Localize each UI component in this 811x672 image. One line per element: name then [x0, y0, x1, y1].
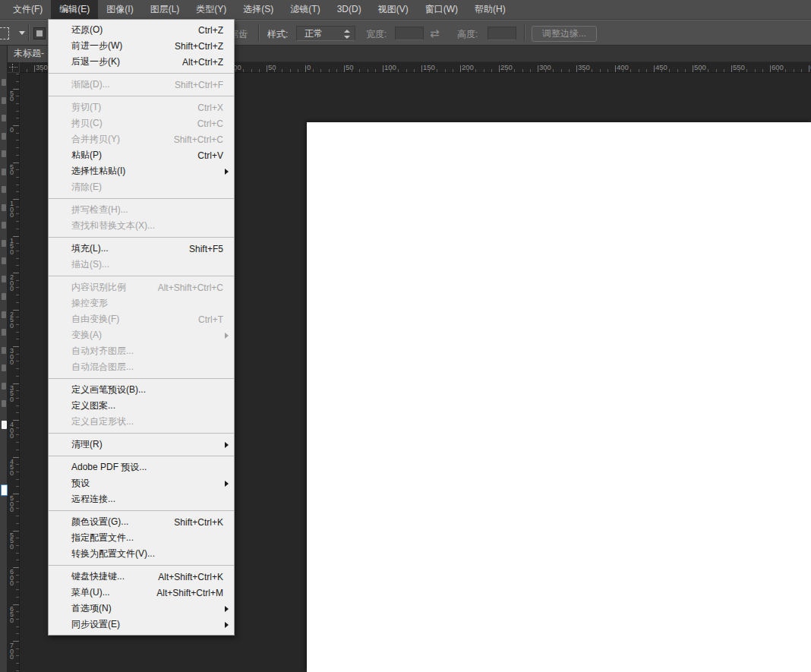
tool-icon-fragment[interactable] — [2, 347, 6, 354]
tool-icon-fragment[interactable] — [2, 204, 6, 211]
ruler-tick — [600, 69, 601, 72]
tool-icon-fragment[interactable] — [2, 329, 6, 336]
menubar-item-3d[interactable]: 3D(D) — [329, 0, 370, 19]
tool-icon-fragment[interactable] — [2, 257, 6, 264]
tool-icon-fragment[interactable] — [2, 150, 6, 157]
refine-edge-button[interactable]: 调整边缘... — [532, 26, 597, 42]
swap-width-height-icon[interactable]: ⇄ — [430, 27, 440, 39]
menu-item-puppet-warp: 操控变形 — [49, 295, 234, 311]
style-select[interactable]: 正常 — [296, 26, 355, 41]
style-spinner-icon[interactable] — [344, 29, 350, 39]
tool-icon-fragment[interactable] — [2, 383, 6, 390]
menu-item-menus[interactable]: 菜单(U)...Alt+Shift+Ctrl+M — [49, 585, 234, 601]
tool-icon-fragment[interactable] — [2, 240, 6, 247]
menu-item-convert-to-profile[interactable]: 转换为配置文件(V)... — [49, 546, 234, 562]
menu-item-undo[interactable]: 还原(O)Ctrl+Z — [49, 22, 234, 38]
ruler-tick — [16, 221, 19, 222]
menubar-item-select[interactable]: 选择(S) — [235, 0, 282, 19]
tool-icon-fragment[interactable] — [2, 364, 6, 371]
tool-icon-fragment[interactable] — [2, 400, 6, 407]
menubar-item-type[interactable]: 类型(Y) — [188, 0, 235, 19]
tool-icon-fragment[interactable] — [2, 79, 6, 86]
tool-icon-fragment[interactable] — [2, 115, 6, 121]
menu-item-keyboard-shortcuts[interactable]: 键盘快捷键...Alt+Shift+Ctrl+K — [49, 569, 234, 585]
menu-item-assign-profile[interactable]: 指定配置文件... — [49, 530, 234, 546]
menu-item-step-backward[interactable]: 后退一步(K)Alt+Ctrl+Z — [49, 54, 234, 70]
menu-item-define-brush-preset[interactable]: 定义画笔预设(B)... — [49, 382, 234, 398]
menu-item-preferences[interactable]: 首选项(N) — [49, 601, 234, 617]
ruler-tick — [630, 69, 631, 72]
preset-dropdown-caret-icon[interactable] — [19, 31, 25, 35]
menu-item-define-pattern[interactable]: 定义图案... — [49, 398, 234, 414]
ruler-tick — [654, 65, 655, 72]
menu-item-label: 粘贴(P) — [71, 149, 102, 162]
ruler-tick — [716, 69, 717, 72]
tool-icon-fragment[interactable] — [2, 169, 6, 175]
ruler-tick — [421, 65, 422, 72]
menu-item-shortcut: Alt+Shift+Ctrl+M — [144, 588, 223, 598]
menubar-item-window[interactable]: 窗口(W) — [417, 0, 466, 19]
menubar-item-view[interactable]: 视图(V) — [370, 0, 417, 19]
foreground-color-swatch-fragment[interactable] — [1, 484, 8, 496]
tool-icon-fragment[interactable] — [2, 222, 6, 229]
menu-item-shortcut: Ctrl+X — [185, 103, 223, 113]
menu-item-step-forward[interactable]: 前进一步(W)Shift+Ctrl+Z — [49, 38, 234, 54]
ruler-tick — [16, 545, 19, 546]
ruler-label: 400 — [10, 422, 14, 440]
ruler-tick — [615, 65, 616, 72]
document-tab[interactable]: 未标题- — [8, 46, 49, 62]
menu-item-color-settings[interactable]: 颜色设置(G)...Shift+Ctrl+K — [49, 514, 234, 530]
menubar-item-layer[interactable]: 图层(L) — [142, 0, 188, 19]
tool-icon-fragment[interactable] — [2, 293, 6, 300]
menu-item-paste[interactable]: 粘贴(P)Ctrl+V — [49, 147, 234, 163]
menubar-item-filter[interactable]: 滤镜(T) — [282, 0, 328, 19]
menubar-item-image[interactable]: 图像(I) — [98, 0, 141, 19]
ruler-tick — [16, 412, 19, 413]
menu-item-label: 菜单(U)... — [71, 586, 110, 599]
ruler-tick — [13, 420, 19, 421]
document-canvas[interactable] — [307, 122, 811, 672]
tool-icon-fragment[interactable] — [2, 311, 6, 318]
tool-icon-fragment[interactable] — [2, 186, 6, 193]
options-divider — [524, 24, 525, 41]
options-divider — [28, 24, 29, 41]
menu-item-shortcut: Shift+Ctrl+Z — [163, 41, 223, 52]
menubar-item-help[interactable]: 帮助(H) — [466, 0, 514, 19]
tool-icon-fragment[interactable] — [2, 133, 6, 140]
height-label: 高度: — [457, 28, 478, 41]
tool-icon-fragment[interactable] — [2, 421, 7, 429]
ruler-tick — [16, 258, 19, 259]
menubar-item-edit[interactable]: 编辑(E) — [51, 0, 98, 19]
ruler-tick — [553, 69, 554, 72]
width-input[interactable] — [395, 27, 424, 40]
menu-item-presets[interactable]: 预设 — [49, 475, 234, 491]
menubar-item-file[interactable]: 文件(F) — [5, 0, 51, 19]
menu-item-label: 颜色设置(G)... — [71, 516, 128, 528]
ruler-origin-corner[interactable] — [8, 62, 20, 73]
ruler-tick — [368, 69, 368, 72]
ruler-tick — [16, 670, 19, 671]
tool-icon-fragment[interactable] — [2, 276, 6, 282]
ruler-tick — [16, 317, 19, 317]
ruler-tick — [16, 427, 19, 428]
ruler-tick — [545, 69, 546, 72]
tool-icon-fragment[interactable] — [2, 97, 6, 104]
marquee-preset-icon[interactable] — [0, 27, 9, 39]
menu-item-remote-connections[interactable]: 远程连接... — [49, 491, 234, 507]
ruler-tick — [16, 324, 19, 325]
ruler-tick — [336, 69, 337, 72]
menu-item-paste-special[interactable]: 选择性粘贴(I) — [49, 163, 234, 179]
new-selection-icon[interactable] — [33, 27, 46, 39]
ruler-tick — [491, 69, 492, 72]
ruler-tick — [16, 213, 19, 214]
height-input[interactable] — [488, 27, 516, 40]
ruler-tick — [16, 81, 19, 82]
menu-item-fill[interactable]: 填充(L)...Shift+F5 — [49, 241, 234, 257]
menu-item-purge[interactable]: 清理(R) — [49, 437, 234, 453]
menu-item-adobe-pdf-presets[interactable]: Adobe PDF 预设... — [49, 459, 234, 475]
menu-item-find-replace-text: 查找和替换文本(X)... — [49, 218, 234, 234]
vertical-ruler[interactable]: 5005010015020025030035040045050055060065… — [8, 73, 20, 672]
ruler-tick — [27, 69, 27, 72]
menu-item-sync-settings[interactable]: 同步设置(E) — [49, 617, 234, 633]
ruler-tick — [290, 69, 291, 72]
